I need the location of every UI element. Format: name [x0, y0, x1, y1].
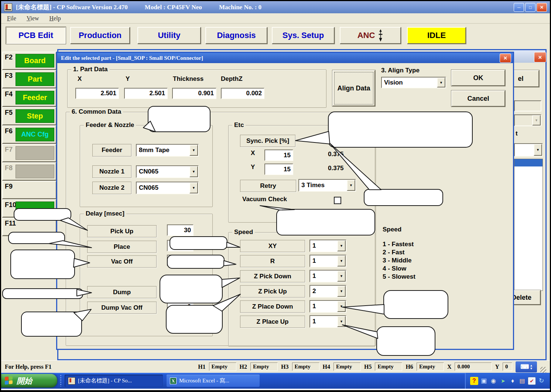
speed-z-place-up-label: Z Place Up — [240, 316, 305, 328]
callout-bubble — [21, 312, 82, 337]
speed-title: Speed — [232, 228, 255, 236]
help-hint: For Help, press F1 — [5, 364, 195, 370]
sync-x-field[interactable]: 15 — [264, 149, 293, 161]
display-tray-icon[interactable]: ✔ — [528, 377, 536, 385]
toolbar-sys-setup-button[interactable]: Sys. Setup — [272, 27, 335, 44]
speed-z-place-down-combo[interactable]: 1 ▼ — [309, 300, 346, 313]
dialog-close-button[interactable]: ✕ — [500, 54, 511, 63]
nozzle1-combo[interactable]: CN065 ▼ — [136, 165, 199, 178]
feeder-combo[interactable]: 8mm Tape ▼ — [136, 144, 199, 157]
background-list-selected-row[interactable] — [514, 159, 543, 166]
start-button[interactable]: 開始 — [1, 374, 57, 388]
retry-combo[interactable]: 3 Times ▼ — [298, 179, 356, 192]
menu-view[interactable]: View — [27, 15, 39, 22]
close-button[interactable]: ✕ — [537, 3, 547, 12]
chevron-down-icon: ▼ — [189, 145, 198, 156]
sidebar-item-anc-cfg[interactable]: F6 ANC Cfg — [2, 125, 57, 144]
callout-bubble — [166, 305, 223, 334]
vac-off-label: Vac Off — [87, 255, 157, 268]
background-combo[interactable]: ▼ — [514, 143, 543, 157]
h5-status: Empty — [375, 362, 402, 371]
feeder-label: Feeder — [92, 144, 131, 157]
cancel-button[interactable]: Cancel — [451, 90, 505, 107]
sync-y-field[interactable]: 15 — [264, 164, 293, 175]
y-field[interactable]: 2.501 — [124, 88, 168, 99]
volume-tray-icon[interactable]: ◉ — [489, 377, 497, 385]
main-title-bar: [未命名標題] - CP Software Version 2.470 Mode… — [1, 1, 550, 13]
safely-remove-tray-icon[interactable]: ➤ — [499, 377, 507, 385]
chevron-down-icon: ▼ — [532, 115, 541, 125]
mouse-tray-icon[interactable]: ♦ — [509, 377, 517, 385]
h5-label: H5 — [364, 364, 372, 370]
lang-down-icon[interactable]: ▾ — [530, 367, 532, 370]
speed-xy-combo[interactable]: 1 ▼ — [309, 240, 346, 252]
toolbar-diagnosis-button[interactable]: Diagnosis — [205, 27, 267, 44]
sync-x-label: X — [251, 149, 255, 157]
sync-y-ratio: 0.375 — [328, 165, 344, 172]
update-tray-icon[interactable]: ↻ — [537, 377, 545, 385]
taskbar: 開始 [未命名標題] - CP So... X Microsoft Excel … — [1, 373, 550, 390]
background-list[interactable] — [514, 159, 543, 291]
chevron-down-icon: ▼ — [337, 316, 346, 327]
toolbar-idle-status: IDLE — [407, 27, 466, 44]
speed-r-combo[interactable]: 1 ▼ — [309, 255, 346, 267]
toolbar-anc-button[interactable]: ANC — [340, 27, 401, 44]
h2-status: Empty — [250, 362, 278, 371]
align-data-button[interactable]: Align Data — [332, 70, 375, 106]
callout-bubble — [10, 250, 75, 279]
callout-bubble — [160, 275, 223, 303]
language-bar[interactable]: ⌨ ▴ ▾ — [516, 361, 537, 372]
keyboard-icon: ⌨ — [520, 363, 529, 370]
sidebar-item-part[interactable]: F3 Part — [2, 70, 57, 88]
toolbar-pcb-edit-button[interactable]: PCB Edit — [6, 27, 66, 44]
sidebar-item-feeder[interactable]: F4 Feeder — [2, 89, 57, 107]
step-panel: Step — [16, 109, 54, 123]
legend-item: 3 - Middle — [383, 257, 415, 265]
taskbar-item-cp-software[interactable]: [未命名標題] - CP So... — [65, 375, 163, 387]
callout-bubble — [328, 111, 473, 148]
toolbar-utility-button[interactable]: Utility — [137, 27, 201, 44]
depthz-label: DepthZ — [221, 75, 243, 83]
align-type-title: 3. Align Type — [381, 67, 420, 74]
sync-pick-label: Sync. Pick [%] — [240, 135, 295, 147]
background-close-button[interactable]: ✕ — [534, 52, 546, 62]
h6-status: Empty — [417, 362, 444, 371]
cp-software-icon — [68, 377, 75, 385]
x-coord-label: X — [447, 364, 452, 370]
toolbar-production-button[interactable]: Production — [70, 27, 130, 44]
legend-item: 1 - Fastest — [383, 240, 415, 248]
speed-z-pick-down-combo[interactable]: 1 ▼ — [309, 270, 346, 282]
nozzle2-combo[interactable]: CN065 ▼ — [136, 182, 199, 194]
chevron-down-icon: ▼ — [534, 144, 542, 156]
legend-item: 2 - Fast — [383, 248, 415, 257]
task-label: [未命名標題] - CP So... — [78, 377, 132, 384]
anc-nozzle-icon — [378, 29, 383, 42]
speed-legend-title: Speed — [383, 226, 401, 233]
speed-z-pick-up-combo[interactable]: 2 ▼ — [309, 285, 346, 298]
vacuum-check-checkbox[interactable] — [334, 197, 341, 204]
x-field[interactable]: 2.501 — [75, 88, 119, 99]
speed-z-place-up-combo[interactable]: 1 ▼ — [309, 315, 346, 328]
align-type-combo[interactable]: Vision ▼ — [381, 77, 446, 88]
sidebar-item-f9[interactable]: F9 — [2, 181, 57, 199]
pc-card-tray-icon[interactable]: ▤ — [518, 377, 526, 385]
h1-label: H1 — [198, 364, 205, 370]
menu-help[interactable]: Help — [49, 15, 61, 22]
minimize-button[interactable]: ─ — [514, 3, 524, 12]
speed-z-pick-down-label: Z Pick Down — [240, 270, 305, 282]
retry-label: Retry — [240, 180, 296, 192]
ok-button[interactable]: OK — [451, 70, 505, 86]
sidebar-item-board[interactable]: F2 Board — [2, 52, 57, 70]
part-data-title: 1. Part Data — [71, 66, 110, 73]
thickness-field[interactable]: 0.901 — [172, 88, 216, 99]
depthz-field[interactable]: 0.002 — [221, 88, 264, 99]
help-tray-icon[interactable]: ? — [470, 377, 478, 385]
taskbar-item-excel[interactable]: X Microsoft Excel - 寫... — [167, 375, 260, 387]
network-tray-icon[interactable]: ▣ — [480, 377, 488, 385]
pick-up-field[interactable]: 30 — [167, 224, 194, 236]
sidebar-item-step[interactable]: F5 Step — [2, 107, 57, 125]
menu-file[interactable]: File — [7, 15, 16, 22]
maximize-button[interactable]: □ — [525, 3, 535, 12]
nozzle2-label: Nozzle 2 — [92, 182, 131, 194]
resize-grip[interactable] — [540, 367, 546, 373]
